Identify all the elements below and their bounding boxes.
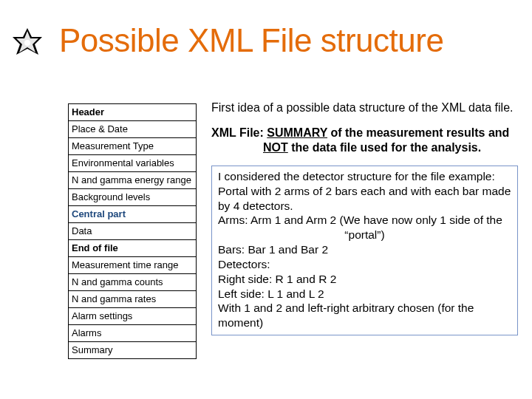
table-row: N and gamma rates xyxy=(69,291,197,308)
box-line: Bars: Bar 1 and Bar 2 xyxy=(218,242,511,257)
box-line: Left side: L 1 and L 2 xyxy=(218,287,511,301)
table-row: Measurement time range xyxy=(69,257,197,274)
table-row: Background levels xyxy=(69,189,197,206)
table-row: Place & Date xyxy=(69,121,197,138)
table-row: Environmental variables xyxy=(69,155,197,172)
paragraph-intro: First idea of a possible data structure … xyxy=(211,100,518,115)
box-line: Arms: Arm 1 and Arm 2 (We have now only … xyxy=(218,213,511,242)
body-text: First idea of a possible data structure … xyxy=(211,100,518,335)
table-row: Summary xyxy=(69,342,197,359)
table-row: End of file xyxy=(69,240,197,257)
detector-box: I considered the detector structure for … xyxy=(211,166,518,335)
xml-after: of the measurement results and xyxy=(327,126,509,139)
table-row: Measurement Type xyxy=(69,138,197,155)
table-row: Central part xyxy=(69,206,197,223)
svg-point-2 xyxy=(24,40,30,46)
table-row: Alarms xyxy=(69,325,197,342)
table-row: Alarm settings xyxy=(69,308,197,325)
bullet-star-icon xyxy=(9,27,46,64)
structure-table: HeaderPlace & DateMeasurement TypeEnviro… xyxy=(68,103,197,359)
slide-title: Possible XML File structure xyxy=(59,22,443,59)
box-line: Right side: R 1 and R 2 xyxy=(218,272,511,287)
table-row: Data xyxy=(69,223,197,240)
xml-summary: SUMMARY xyxy=(267,126,327,139)
table-row: N and gamma energy range xyxy=(69,172,197,189)
xml-not-after: the data file used for the analysis. xyxy=(288,141,481,154)
box-line: I considered the detector structure for … xyxy=(218,169,511,184)
paragraph-xmlfile: XML File: SUMMARY of the measurement res… xyxy=(211,126,518,155)
slide: Possible XML File structure HeaderPlace … xyxy=(0,0,532,399)
table-row: N and gamma counts xyxy=(69,274,197,291)
xml-not: NOT xyxy=(263,140,288,155)
table-row: Header xyxy=(69,104,197,121)
xml-prefix: XML File: xyxy=(211,126,267,139)
box-line: Detectors: xyxy=(218,257,511,272)
box-line: With 1 and 2 and left-right arbitrary ch… xyxy=(218,301,511,330)
box-line: Portal with 2 arms of 2 bars each and wi… xyxy=(218,184,511,214)
